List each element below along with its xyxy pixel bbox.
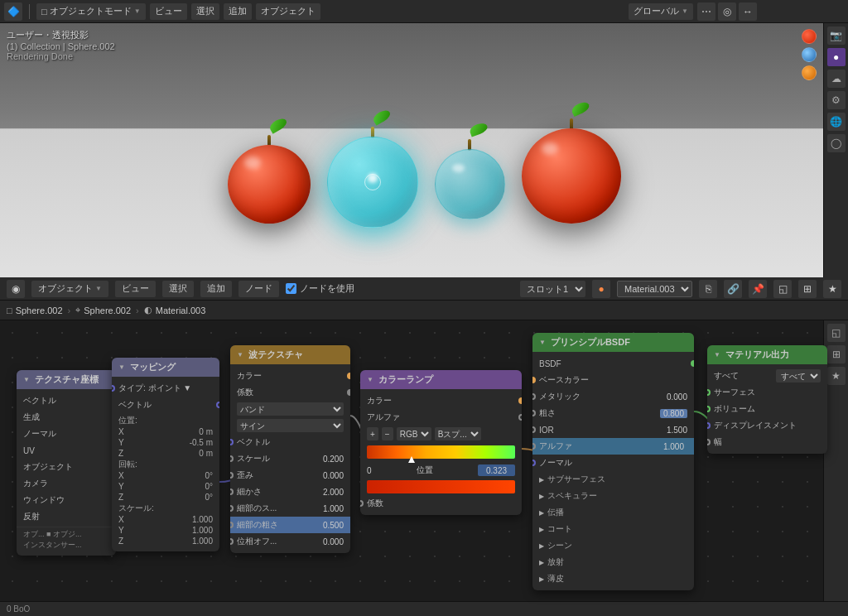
- apple-body-glass: [327, 137, 418, 228]
- node-color-ramp[interactable]: ▼ カラーランプ カラー アルファ + − RGB: [360, 370, 522, 515]
- slot-select[interactable]: スロット1: [520, 281, 585, 297]
- tc-obj-label: オブジェクト: [23, 461, 109, 473]
- node-add-btn[interactable]: 追加: [200, 281, 232, 297]
- node-editor-icon[interactable]: ◉: [7, 280, 25, 298]
- node-material-output[interactable]: ▼ マテリアル出力 すべて すべて サーフェス ボリューム: [707, 345, 827, 454]
- wave-sign-select[interactable]: サイン: [237, 419, 344, 432]
- mapping-rx-val: 0°: [205, 471, 213, 480]
- tc-bottom-text: オブ... ■ オブジ...: [23, 529, 109, 540]
- cr-handle[interactable]: [408, 456, 415, 463]
- highlight-large: [542, 142, 558, 155]
- mapping-vector-out-socket: [216, 402, 219, 408]
- wave-coef-socket: [347, 389, 350, 396]
- node-canvas[interactable]: ▼ テクスチャ座標 ベクトル 生成 ノーマル UV: [0, 320, 848, 616]
- proportional-icon[interactable]: ◎: [718, 2, 736, 21]
- link-material-icon[interactable]: 🔗: [724, 280, 742, 298]
- wave-detail-rough-val: 0.500: [323, 521, 344, 530]
- node-view-btn[interactable]: ビュー: [115, 281, 156, 297]
- cr-pos-row: 0 位置: [360, 462, 522, 479]
- wave-scale-val: 0.200: [323, 455, 344, 464]
- mapping-ry-val: 0°: [205, 482, 213, 491]
- wave-band-select[interactable]: バンド: [237, 402, 344, 416]
- snap-icon[interactable]: ⋯: [697, 2, 716, 21]
- wave-dist-socket: [230, 472, 234, 479]
- cr-add-btn[interactable]: +: [367, 427, 378, 440]
- view-btn[interactable]: ビュー: [150, 3, 187, 20]
- wave-band-row: バンド: [230, 401, 350, 417]
- node-mapping[interactable]: ▼ マッピング タイプ: ポイント ▼ ベクトル 位置: X 0 m: [112, 358, 219, 551]
- bsdf-coat-header[interactable]: ▶ コート: [532, 521, 694, 537]
- cr-mode-select[interactable]: RGB: [397, 427, 431, 440]
- node-wave-texture[interactable]: ▼ 波テクスチャ カラー 係数 バンド: [230, 345, 350, 553]
- cr-interp-select[interactable]: Bスプ...: [435, 427, 481, 440]
- cr-title: カラーランプ: [378, 373, 433, 386]
- cr-pos-zero: 0: [367, 466, 372, 475]
- use-nodes-checkbox[interactable]: [286, 283, 296, 294]
- select-btn[interactable]: 選択: [191, 3, 219, 20]
- node-editor: ◉ オブジェクト ▼ ビュー 選択 追加 ノード ノードを使用 スロット1 ● …: [0, 277, 848, 616]
- tc-row-win: ウィンドウ: [17, 492, 116, 508]
- object-btn[interactable]: オブジェクト: [256, 3, 320, 20]
- add-btn[interactable]: 追加: [224, 3, 252, 20]
- cr-pos-label: 位置: [375, 464, 475, 476]
- bsdf-title: プリンシプルBSDF: [551, 336, 630, 349]
- bsdf-row-metallic: メタリック 0.000: [532, 388, 694, 405]
- bsdf-roughness-socket: [532, 410, 536, 416]
- blender-logo-btn[interactable]: 🔷: [4, 2, 22, 21]
- node-settings1[interactable]: ◱: [773, 280, 792, 298]
- matout-title: マテリアル出力: [725, 349, 789, 361]
- node-texture-coord[interactable]: ▼ テクスチャ座標 ベクトル 生成 ノーマル UV: [17, 370, 116, 556]
- bsdf-normal-label: ノーマル: [539, 457, 687, 469]
- node-object-btn[interactable]: オブジェクト ▼: [31, 281, 108, 297]
- node-rp-1[interactable]: ◱: [827, 324, 846, 342]
- bsdf-transmission-header[interactable]: ▶ 伝播: [532, 504, 694, 521]
- rp-render-icon[interactable]: ☁: [827, 70, 846, 88]
- viewport-3d[interactable]: 🔷 □ オブジェクトモード ▼ ビュー 選択 追加 オブジェクト グローバル ▼…: [0, 0, 848, 277]
- cr-remove-btn[interactable]: −: [382, 427, 393, 440]
- bsdf-ior-label: IOR: [539, 426, 667, 435]
- mode-select-btn[interactable]: □ オブジェクトモード ▼: [36, 3, 146, 20]
- rp-camera-icon[interactable]: 📷: [827, 26, 846, 45]
- sphere-icon[interactable]: ●: [592, 280, 610, 298]
- bsdf-specular-header[interactable]: ▶ スペキュラー: [532, 488, 694, 504]
- node-select-btn[interactable]: 選択: [162, 281, 194, 297]
- matout-all-select[interactable]: すべて: [776, 369, 821, 383]
- cr-color-bar[interactable]: [367, 445, 515, 459]
- rp-world-icon[interactable]: ◯: [827, 134, 846, 152]
- cr-pos-field[interactable]: [478, 464, 515, 476]
- wave-scale-label: スケール: [237, 453, 323, 464]
- rp-settings-icon[interactable]: ⚙: [827, 91, 846, 109]
- copy-material-icon[interactable]: ⎘: [699, 280, 717, 298]
- rp-scene-icon[interactable]: 🌐: [827, 113, 846, 131]
- node-object-arrow: ▼: [95, 285, 102, 292]
- node-rp-2[interactable]: ⊞: [827, 345, 846, 363]
- wave-row-detail-rough: 細部の粗さ 0.500: [230, 517, 350, 533]
- tc-gen-label: 生成: [23, 411, 109, 423]
- bsdf-sheen-header[interactable]: ▶ シーン: [532, 537, 694, 554]
- bsdf-coat-label: コート: [547, 523, 572, 535]
- bsdf-out-socket: [691, 360, 694, 367]
- node-node-btn[interactable]: ノード: [238, 281, 279, 297]
- wave-sign-row: サイン: [230, 417, 350, 434]
- node-rp-3[interactable]: ★: [827, 367, 846, 385]
- matout-header: ▼ マテリアル出力: [707, 345, 827, 364]
- material-select[interactable]: Material.003: [617, 281, 692, 297]
- mapping-pos-section: 位置: X 0 m Y -0.5 m Z 0 m 回転:: [112, 413, 219, 548]
- bsdf-subsurface-header[interactable]: ▶ サブサーフェス: [532, 471, 694, 488]
- node-bsdf[interactable]: ▼ プリンシプルBSDF BSDF ベースカラー メタリック 0.000: [532, 333, 694, 590]
- tc-title: テクスチャ座標: [35, 373, 99, 386]
- transform-icon[interactable]: ↔: [739, 2, 757, 21]
- global-btn[interactable]: グローバル ▼: [629, 3, 693, 20]
- node-settings2[interactable]: ⊞: [798, 280, 817, 298]
- mapping-row-vector-out: ベクトル: [112, 397, 219, 413]
- bsdf-absorption-header[interactable]: ▶ 薄皮: [532, 570, 694, 587]
- rp-material-icon[interactable]: ●: [827, 48, 846, 66]
- pin-icon[interactable]: 📌: [749, 280, 767, 298]
- cr-alpha-out-label: アルファ: [367, 411, 515, 423]
- bsdf-emission-header[interactable]: ▶ 放射: [532, 554, 694, 570]
- color-circle-red: [802, 29, 817, 44]
- cr-controls-row: + − RGB Bスプ...: [360, 426, 522, 442]
- node-settings3[interactable]: ★: [823, 280, 841, 298]
- mapping-rx-row: X 0°: [118, 470, 213, 481]
- breadcrumb-item-3: ◐ Material.003: [144, 305, 206, 315]
